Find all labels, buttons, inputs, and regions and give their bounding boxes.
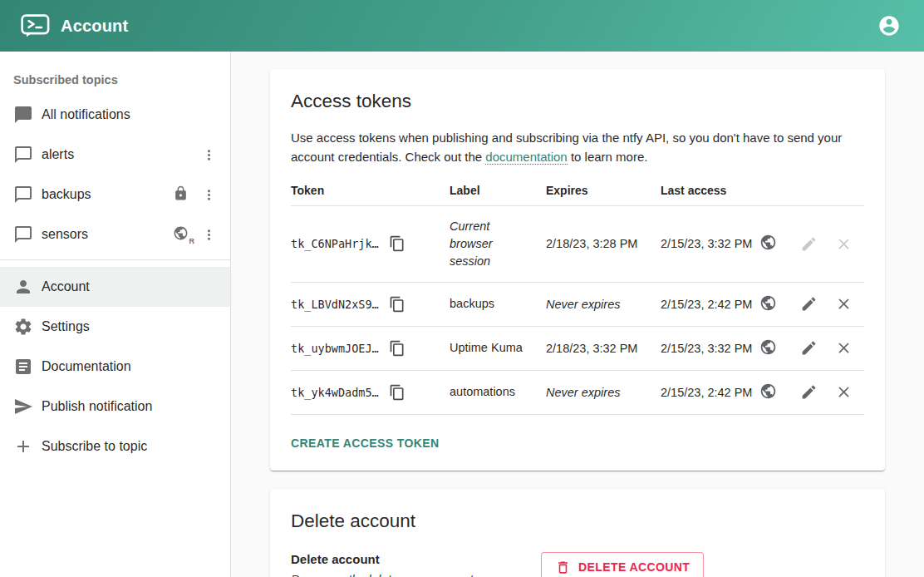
sidebar-item-all-notifications[interactable]: All notifications [0,95,230,135]
copy-icon[interactable] [389,235,405,252]
topic-label: backups [42,187,91,202]
column-header-token: Token [291,179,450,206]
access-tokens-title: Access tokens [291,91,864,112]
table-header-row: Token Label Expires Last access [291,179,864,206]
chat-bubble-outline-icon [13,224,33,244]
reserved-badge: R [189,237,195,245]
token-expires: Never expires [546,282,661,326]
delete-account-button-label: DELETE ACCOUNT [578,560,690,574]
edit-icon[interactable] [800,295,818,313]
token-row: tk_C6NPaHrjk… Current browser session 2/… [291,205,864,282]
token-expires: 2/18/23, 3:28 PM [546,205,661,282]
token-label: automations [450,383,515,401]
nav-label: Settings [42,319,90,334]
column-header-expires: Expires [546,179,661,206]
copy-icon[interactable] [389,296,405,313]
nav-label: Publish notification [42,399,152,414]
token-value: tk_uybwmJOEJ… [291,342,379,355]
topic-menu-icon[interactable] [199,224,219,244]
lock-icon [173,185,191,204]
chat-bubble-outline-icon [13,145,33,165]
close-icon [835,235,853,253]
sidebar-divider [0,259,230,260]
topic-menu-icon[interactable] [199,145,219,165]
token-row: tk_uybwmJOEJ… Uptime Kuma 2/18/23, 3:32 … [291,326,864,370]
delete-account-label: Delete account [291,552,541,566]
main-content: Access tokens Use access tokens when pub… [231,52,924,577]
globe-icon [759,234,777,254]
account-circle-icon[interactable] [877,13,902,38]
person-icon [13,277,33,297]
ntfy-logo-icon [21,14,50,38]
globe-icon [759,382,777,402]
delete-account-description: Permanently delete your account [291,572,541,577]
copy-icon[interactable] [389,384,405,401]
token-row: tk_yk4wDadm5… automations Never expires … [291,370,864,414]
close-icon[interactable] [835,295,853,313]
close-icon[interactable] [835,339,853,357]
sidebar-item-backups[interactable]: backups [0,175,230,215]
subscribed-topics-label: Subscribed topics [0,52,230,95]
description-text: to learn more. [568,150,648,164]
globe-icon [759,294,777,314]
sidebar-item-sensors[interactable]: sensors R [0,215,230,254]
documentation-link[interactable]: documentation [485,150,567,165]
delete-account-row: Delete account Permanently delete your a… [291,552,864,577]
sidebar-item-subscribe-to-topic[interactable]: Subscribe to topic [0,427,230,466]
nav-label: Documentation [42,359,131,374]
nav-label: Account [42,279,90,294]
edit-icon [800,235,818,253]
tokens-table: Token Label Expires Last access tk_C6NPa… [291,179,864,415]
token-row: tk_LBVdN2xS9… backups Never expires 2/15… [291,282,864,326]
sidebar: Subscribed topics All notifications aler… [0,52,231,577]
token-value: tk_C6NPaHrjk… [291,237,379,250]
chat-bubble-filled-icon [13,105,33,125]
topic-label: sensors [42,227,88,242]
globe-icon [759,338,777,358]
delete-account-button[interactable]: DELETE ACCOUNT [541,552,704,577]
delete-account-card: Delete account Delete account Permanentl… [270,489,885,577]
topic-label: alerts [42,147,74,162]
access-tokens-card: Access tokens Use access tokens when pub… [270,69,885,471]
article-icon [13,357,33,377]
token-value: tk_yk4wDadm5… [291,386,379,399]
column-header-last-access: Last access [661,179,805,206]
nav-label: Subscribe to topic [42,439,147,454]
close-icon[interactable] [835,383,853,401]
page-title: Account [61,17,128,36]
plus-icon [13,436,33,456]
chat-bubble-outline-icon [13,185,33,205]
token-expires: Never expires [546,370,661,414]
sidebar-item-publish-notification[interactable]: Publish notification [0,387,230,427]
token-value: tk_LBVdN2xS9… [291,298,379,311]
sidebar-item-settings[interactable]: Settings [0,307,230,347]
sidebar-item-account[interactable]: Account [0,267,230,307]
token-last-access: 2/15/23, 2:42 PM [661,386,752,399]
sidebar-item-documentation[interactable]: Documentation [0,347,230,387]
send-icon [13,397,33,417]
app-bar: Account [0,0,924,52]
token-last-access: 2/15/23, 3:32 PM [661,237,752,250]
token-last-access: 2/15/23, 3:32 PM [661,342,752,355]
edit-icon[interactable] [800,383,818,401]
column-header-label: Label [450,179,546,206]
copy-icon[interactable] [389,340,405,357]
edit-icon[interactable] [800,339,818,357]
trash-icon [555,560,571,575]
token-expires: 2/18/23, 3:32 PM [546,326,661,370]
token-last-access: 2/15/23, 2:42 PM [661,298,752,311]
delete-account-title: Delete account [291,510,864,532]
create-access-token-button[interactable]: CREATE ACCESS TOKEN [291,431,439,456]
token-label: Uptime Kuma [450,339,523,357]
sidebar-item-alerts[interactable]: alerts [0,135,230,175]
token-label: Current browser session [450,218,523,270]
token-label: backups [450,295,494,313]
gear-icon [13,317,33,337]
column-header-actions [805,179,864,206]
access-tokens-description: Use access tokens when publishing and su… [291,128,864,167]
topic-menu-icon[interactable] [199,185,219,205]
topic-label: All notifications [42,107,130,122]
globe-icon: R [173,225,191,244]
